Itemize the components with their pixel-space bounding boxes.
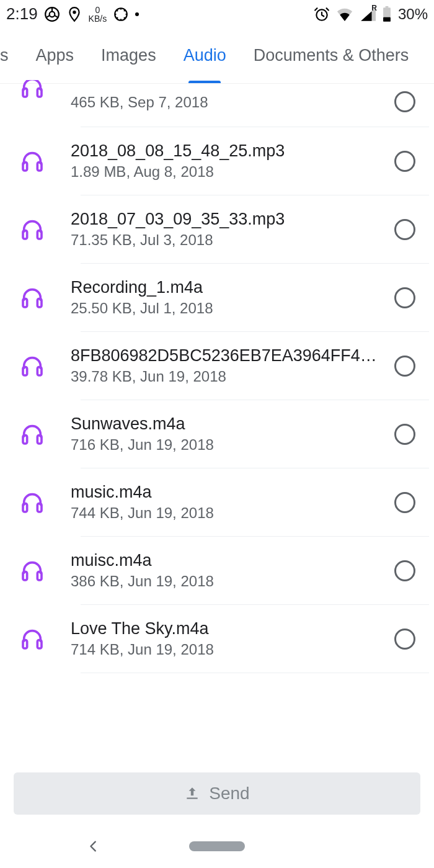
select-radio[interactable] <box>394 287 415 308</box>
file-row[interactable]: music.m4a 744 KB, Jun 19, 2018 <box>0 468 434 536</box>
select-radio[interactable] <box>394 356 415 377</box>
headphones-icon <box>14 285 71 310</box>
maps-icon <box>66 6 82 22</box>
wifi-icon <box>336 7 353 21</box>
select-radio[interactable] <box>394 560 415 581</box>
file-meta: 465 KB, Sep 7, 2018 <box>71 94 389 111</box>
file-name: Recording_1.m4a <box>71 278 389 297</box>
file-row[interactable]: 2018_08_08_15_48_25.mp3 1.89 MB, Aug 8, … <box>0 127 434 195</box>
file-name: 2018_08_08_15_48_25.mp3 <box>71 141 389 161</box>
tab-audio[interactable]: Audio <box>170 28 240 83</box>
headphones-icon <box>14 80 71 106</box>
file-name: 8FB806982D5BC5236EB7EA3964FF4… <box>71 346 389 365</box>
select-radio[interactable] <box>394 151 415 172</box>
navigation-bar <box>0 825 434 868</box>
svg-rect-6 <box>386 6 389 7</box>
home-pill[interactable] <box>189 841 245 851</box>
headphones-icon <box>14 558 71 583</box>
notification-dot-icon <box>135 12 139 16</box>
file-row[interactable]: muisc.m4a 386 KB, Jun 19, 2018 <box>0 537 434 604</box>
file-meta: 39.78 KB, Jun 19, 2018 <box>71 368 389 385</box>
select-radio[interactable] <box>394 219 415 240</box>
file-list: 465 KB, Sep 7, 2018 2018_08_08_15_48_25.… <box>0 84 434 673</box>
data-speed: 0 KB/s <box>89 6 107 23</box>
camera-icon <box>113 6 129 22</box>
select-radio[interactable] <box>394 629 415 650</box>
status-bar: 2:19 0 KB/s R 30% <box>0 0 434 28</box>
signal-icon: R <box>360 7 376 21</box>
headphones-icon <box>14 627 71 651</box>
tab-apps[interactable]: Apps <box>22 28 88 83</box>
file-name: music.m4a <box>71 483 389 502</box>
tab-images[interactable]: Images <box>87 28 170 83</box>
headphones-icon <box>14 149 71 174</box>
file-name: Love The Sky.m4a <box>71 619 389 638</box>
status-time: 2:19 <box>6 4 38 24</box>
battery-icon <box>382 6 392 22</box>
file-name: Sunwaves.m4a <box>71 414 389 434</box>
file-meta: 716 KB, Jun 19, 2018 <box>71 436 389 454</box>
file-row[interactable]: Love The Sky.m4a 714 KB, Jun 19, 2018 <box>0 605 434 673</box>
svg-rect-7 <box>383 17 391 21</box>
file-row[interactable]: 465 KB, Sep 7, 2018 <box>0 84 434 127</box>
file-meta: 744 KB, Jun 19, 2018 <box>71 504 389 522</box>
file-meta: 25.50 KB, Jul 1, 2018 <box>71 300 389 317</box>
back-button[interactable] <box>87 839 100 853</box>
svg-point-2 <box>73 11 76 14</box>
file-meta: 1.89 MB, Aug 8, 2018 <box>71 163 389 181</box>
svg-point-3 <box>115 8 127 20</box>
headphones-icon <box>14 354 71 378</box>
tab-bar: eos Apps Images Audio Documents & Others <box>0 28 434 84</box>
headphones-icon <box>14 422 71 447</box>
file-row[interactable]: Sunwaves.m4a 716 KB, Jun 19, 2018 <box>0 400 434 468</box>
battery-percent: 30% <box>398 6 428 23</box>
file-meta: 386 KB, Jun 19, 2018 <box>71 573 389 590</box>
tab-documents[interactable]: Documents & Others <box>240 28 423 83</box>
alarm-icon <box>314 6 330 22</box>
select-radio[interactable] <box>394 424 415 445</box>
upload-icon <box>184 785 200 802</box>
tab-videos[interactable]: eos <box>0 28 22 83</box>
headphones-icon <box>14 490 71 515</box>
file-row[interactable]: 2018_07_03_09_35_33.mp3 71.35 KB, Jul 3,… <box>0 195 434 263</box>
select-radio[interactable] <box>394 91 415 112</box>
file-name: 2018_07_03_09_35_33.mp3 <box>71 210 389 229</box>
svg-point-1 <box>49 11 55 17</box>
file-name: muisc.m4a <box>71 551 389 570</box>
select-radio[interactable] <box>394 492 415 513</box>
headphones-icon <box>14 217 71 242</box>
send-button[interactable]: Send <box>14 772 420 815</box>
file-meta: 71.35 KB, Jul 3, 2018 <box>71 231 389 249</box>
file-meta: 714 KB, Jun 19, 2018 <box>71 641 389 658</box>
divider <box>81 673 429 673</box>
file-row[interactable]: 8FB806982D5BC5236EB7EA3964FF4… 39.78 KB,… <box>0 332 434 400</box>
file-row[interactable]: Recording_1.m4a 25.50 KB, Jul 1, 2018 <box>0 264 434 331</box>
send-label: Send <box>209 784 249 803</box>
chrome-icon <box>44 6 60 22</box>
